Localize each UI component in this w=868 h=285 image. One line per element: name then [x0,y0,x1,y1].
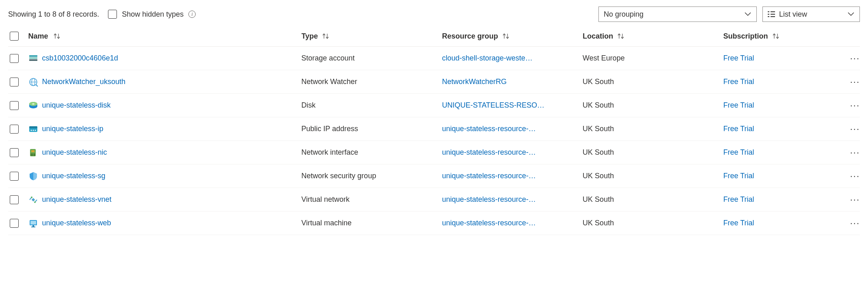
row-actions-button[interactable]: ··· [850,100,860,110]
col-header-type-label: Type [301,32,318,41]
resource-location-text: UK South [583,219,614,227]
resource-name-link[interactable]: unique-stateless-vnet [42,195,112,204]
resource-group-link[interactable]: unique-stateless-resource-… [442,219,536,227]
toolbar: Showing 1 to 8 of 8 records. Show hidden… [8,6,860,22]
show-hidden-label: Show hidden types [122,10,184,19]
col-header-name[interactable]: Name [28,32,302,41]
select-all-checkbox[interactable] [10,32,19,41]
chevron-down-icon [744,11,751,18]
col-header-rg-label: Resource group [442,32,498,41]
sort-icon [502,32,510,40]
nic-icon [28,148,38,158]
row-actions-button[interactable]: ··· [850,147,860,158]
subscription-link[interactable]: Free Trial [723,101,754,110]
resources-table: Name Type Resource group Location Subscr… [8,28,860,235]
row-checkbox[interactable] [10,101,19,110]
resource-group-link[interactable]: unique-stateless-resource-… [442,195,536,204]
table-row: csb10032000c4606e1d Storage account clou… [8,47,860,70]
chevron-down-icon [847,11,855,18]
resource-type-text: Public IP address [301,125,358,133]
sort-icon [772,32,779,40]
subscription-link[interactable]: Free Trial [723,172,754,180]
row-checkbox[interactable] [10,172,19,181]
public-ip-icon [28,124,38,134]
show-hidden-types-toggle[interactable]: Show hidden types i [108,10,196,19]
resource-name-link[interactable]: unique-stateless-disk [42,101,111,110]
table-row: NetworkWatcher_uksouth Network Watcher N… [8,70,860,94]
toolbar-left: Showing 1 to 8 of 8 records. Show hidden… [8,10,196,19]
resource-location-text: West Europe [583,54,625,63]
list-view-icon [768,11,775,17]
col-header-sub-label: Subscription [723,32,768,41]
grouping-dropdown[interactable]: No grouping [598,6,757,22]
resource-type-text: Network security group [301,172,376,180]
subscription-link[interactable]: Free Trial [723,219,754,227]
resource-group-link[interactable]: NetworkWatcherRG [442,78,507,86]
vm-icon [28,218,38,228]
resource-location-text: UK South [583,148,614,157]
grouping-selected-label: No grouping [604,10,643,19]
resource-type-text: Virtual machine [301,219,352,227]
col-header-name-label: Name [28,32,48,41]
sort-icon [53,32,60,40]
storage-account-icon [28,54,38,63]
table-row: unique-stateless-nic Network interface u… [8,141,860,164]
resource-name-link[interactable]: NetworkWatcher_uksouth [42,78,125,86]
subscription-link[interactable]: Free Trial [723,125,754,133]
row-actions-button[interactable]: ··· [850,171,860,181]
subscription-link[interactable]: Free Trial [723,78,754,86]
resource-type-text: Storage account [301,54,354,63]
resource-name-link[interactable]: unique-stateless-nic [42,148,107,157]
row-checkbox[interactable] [10,125,19,134]
subscription-link[interactable]: Free Trial [723,148,754,157]
row-checkbox[interactable] [10,195,19,204]
row-actions-button[interactable]: ··· [850,194,860,205]
show-hidden-checkbox[interactable] [108,10,117,19]
info-icon[interactable]: i [188,11,196,18]
col-header-type[interactable]: Type [301,32,442,41]
disk-icon [28,101,38,110]
table-row: unique-stateless-web Virtual machine uni… [8,212,860,235]
nsg-icon [28,171,38,181]
resource-type-text: Virtual network [301,195,350,204]
col-header-resource-group[interactable]: Resource group [442,32,583,41]
record-count-text: Showing 1 to 8 of 8 records. [8,10,99,19]
row-actions-button[interactable]: ··· [850,124,860,134]
resource-location-text: UK South [583,101,614,110]
resource-group-link[interactable]: cloud-shell-storage-weste… [442,54,533,63]
table-header-row: Name Type Resource group Location Subscr… [8,28,860,47]
subscription-link[interactable]: Free Trial [723,54,754,63]
resource-type-text: Network interface [301,148,358,157]
sort-icon [617,32,624,40]
row-actions-button[interactable]: ··· [850,53,860,63]
col-header-subscription[interactable]: Subscription [723,32,844,41]
subscription-link[interactable]: Free Trial [723,195,754,204]
row-checkbox[interactable] [10,78,19,86]
resource-location-text: UK South [583,172,614,180]
view-selected-label: List view [779,10,807,19]
table-row: unique-stateless-sg Network security gro… [8,164,860,188]
resource-group-link[interactable]: unique-stateless-resource-… [442,172,536,180]
resource-name-link[interactable]: unique-stateless-sg [42,172,106,180]
resource-type-text: Network Watcher [301,78,357,86]
row-actions-button[interactable]: ··· [850,77,860,87]
resource-group-link[interactable]: unique-stateless-resource-… [442,148,536,157]
resource-group-link[interactable]: unique-stateless-resource-… [442,125,536,133]
table-row: unique-stateless-ip Public IP address un… [8,117,860,141]
resource-name-link[interactable]: unique-stateless-ip [42,125,104,133]
view-mode-dropdown[interactable]: List view [762,6,860,22]
row-actions-button[interactable]: ··· [850,218,860,228]
resource-location-text: UK South [583,195,614,204]
resource-group-link[interactable]: UNIQUE-STATELESS-RESO… [442,101,544,110]
col-header-loc-label: Location [583,32,613,41]
toolbar-right: No grouping List view [598,6,860,22]
resource-location-text: UK South [583,125,614,133]
resource-name-link[interactable]: unique-stateless-web [42,219,111,227]
row-checkbox[interactable] [10,148,19,157]
col-header-location[interactable]: Location [583,32,723,41]
resource-name-link[interactable]: csb10032000c4606e1d [42,54,118,63]
select-all-cell [8,32,28,41]
row-checkbox[interactable] [10,219,19,228]
row-checkbox[interactable] [10,54,19,63]
network-watcher-icon [28,77,38,87]
